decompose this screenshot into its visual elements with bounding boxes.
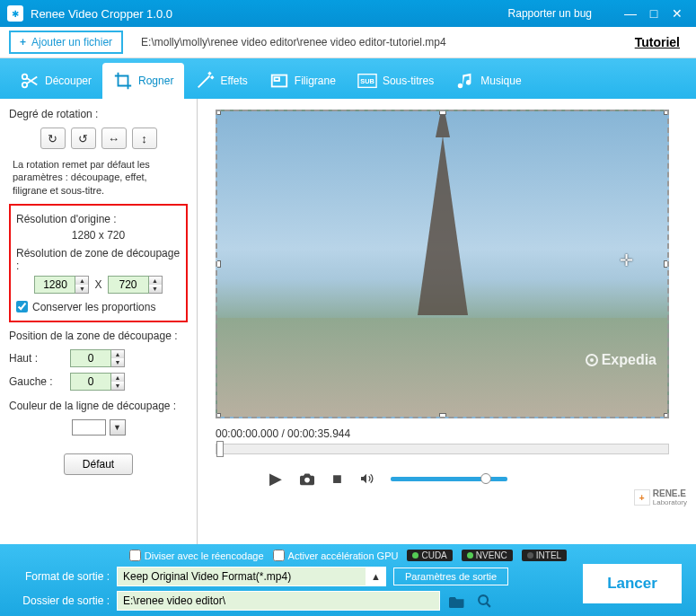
minimize-button[interactable]: — (619, 5, 642, 22)
volume-slider[interactable] (391, 477, 507, 481)
file-path: E:\molly\molly\renee video editor\renee … (141, 36, 635, 48)
playhead[interactable] (216, 441, 224, 457)
app-title: Renee Video Cropper 1.0.0 (31, 7, 172, 21)
time-total: 00:00:35.944 (287, 427, 350, 440)
tab-crop[interactable]: Rogner (102, 63, 184, 99)
width-input[interactable] (34, 276, 75, 294)
handle-tr[interactable] (664, 110, 669, 115)
left-down[interactable]: ▼ (111, 382, 124, 390)
rotation-buttons: ↻ ↺ ↔ ↕ (9, 128, 188, 149)
browse-folder-button[interactable] (447, 591, 467, 611)
format-dropdown-arrow[interactable]: ▲ (366, 567, 386, 586)
music-icon (455, 71, 475, 91)
handle-mr[interactable] (664, 260, 669, 268)
timecode: 00:00:00.000 / 00:00:35.944 (216, 427, 678, 440)
handle-tm[interactable] (439, 110, 446, 115)
top-up[interactable]: ▲ (111, 350, 124, 358)
cuda-badge: CUDA (407, 550, 452, 561)
video-preview[interactable]: ✛ Expedia (216, 110, 669, 418)
tab-bar: Découper Rogner Effets Filigrane SUB Sou… (0, 58, 696, 99)
tab-watermark[interactable]: Filigrane (259, 63, 347, 99)
top-input[interactable] (70, 349, 111, 367)
stop-button[interactable]: ■ (332, 470, 342, 488)
svg-point-6 (304, 478, 310, 483)
top-down[interactable]: ▼ (111, 358, 124, 366)
rotation-label: Degré de rotation : (9, 108, 188, 120)
wand-icon (195, 71, 215, 91)
format-select[interactable]: ▲ (117, 567, 386, 586)
gpu-checkbox[interactable] (273, 550, 285, 561)
add-file-button[interactable]: + Ajouter un fichier (9, 31, 123, 54)
search-folder-button[interactable] (474, 591, 494, 611)
tutorial-link[interactable]: Tutoriel (635, 35, 680, 49)
rotate-ccw-button[interactable]: ↺ (71, 128, 96, 149)
divide-checkbox[interactable] (129, 550, 141, 561)
tab-cut[interactable]: Découper (9, 63, 102, 99)
line-color-label: Couleur de la ligne de découpage : (9, 400, 188, 412)
height-input[interactable] (108, 276, 149, 294)
width-stepper[interactable]: ▲▼ (34, 276, 89, 294)
volume-icon[interactable] (358, 471, 374, 486)
gpu-label: Activer accélération GPU (288, 550, 399, 561)
default-button[interactable]: Défaut (64, 453, 133, 475)
launch-button[interactable]: Lancer (583, 564, 682, 603)
position-label: Position de la zone de découpage : (9, 330, 188, 342)
nvenc-badge: NVENC (462, 550, 513, 561)
keep-ratio-checkbox[interactable] (16, 301, 28, 312)
flip-vertical-button[interactable]: ↕ (132, 128, 157, 149)
handle-br[interactable] (664, 413, 669, 418)
left-stepper[interactable]: ▲▼ (70, 373, 125, 391)
scissors-icon (20, 71, 40, 91)
format-input[interactable] (117, 567, 366, 586)
svg-point-7 (479, 595, 488, 604)
tab-effects[interactable]: Effets (184, 63, 258, 99)
play-button[interactable]: ▶ (269, 469, 282, 488)
tab-subtitles-label: Sous-titres (383, 75, 434, 87)
playback-controls: ▶ ■ (216, 469, 678, 488)
svg-rect-3 (274, 77, 279, 81)
crosshair-icon: ✛ (620, 251, 633, 270)
handle-ml[interactable] (216, 260, 221, 268)
height-stepper[interactable]: ▲▼ (108, 276, 163, 294)
orig-res-value: 1280 x 720 (16, 229, 181, 242)
top-label: Haut : (9, 352, 63, 365)
orig-res-label: Résolution d'origine : (16, 213, 181, 225)
width-down[interactable]: ▼ (75, 285, 88, 293)
color-swatch[interactable] (72, 419, 106, 436)
folder-input[interactable] (117, 591, 440, 611)
tab-cut-label: Découper (45, 75, 92, 87)
timeline[interactable] (216, 444, 669, 454)
output-params-button[interactable]: Paramètres de sortie (393, 568, 508, 585)
report-bug-link[interactable]: Rapporter un bug (508, 7, 592, 20)
folder-label: Dossier de sortie : (11, 594, 110, 607)
video-content (418, 136, 468, 315)
watermark-text: Expedia (602, 352, 656, 368)
left-input[interactable] (70, 373, 111, 391)
height-up[interactable]: ▲ (149, 277, 162, 285)
top-stepper[interactable]: ▲▼ (70, 349, 125, 367)
left-up[interactable]: ▲ (111, 374, 124, 382)
svg-text:SUB: SUB (360, 77, 374, 85)
height-down[interactable]: ▼ (149, 285, 162, 293)
rotate-cw-button[interactable]: ↻ (40, 128, 66, 149)
svg-point-1 (22, 83, 28, 88)
tab-subtitles[interactable]: SUB Sous-titres (347, 63, 445, 99)
handle-bl[interactable] (216, 413, 221, 418)
handle-bm[interactable] (439, 413, 446, 418)
tab-crop-label: Rogner (138, 75, 173, 87)
left-label: Gauche : (9, 375, 63, 388)
color-dropdown[interactable]: ▼ (110, 419, 126, 436)
flip-horizontal-button[interactable]: ↔ (101, 128, 127, 149)
tab-music[interactable]: Musique (445, 63, 532, 99)
maximize-button[interactable]: □ (642, 5, 665, 22)
intel-badge: INTEL (522, 550, 567, 561)
snapshot-button[interactable] (298, 471, 316, 486)
close-button[interactable]: ✕ (665, 5, 689, 22)
format-label: Format de sortie : (11, 570, 110, 583)
svg-point-0 (22, 75, 28, 80)
handle-tl[interactable] (216, 110, 221, 115)
tab-music-label: Musique (480, 75, 521, 87)
volume-thumb[interactable] (480, 473, 491, 484)
brand-name: RENE.E (653, 488, 687, 498)
width-up[interactable]: ▲ (75, 277, 88, 285)
